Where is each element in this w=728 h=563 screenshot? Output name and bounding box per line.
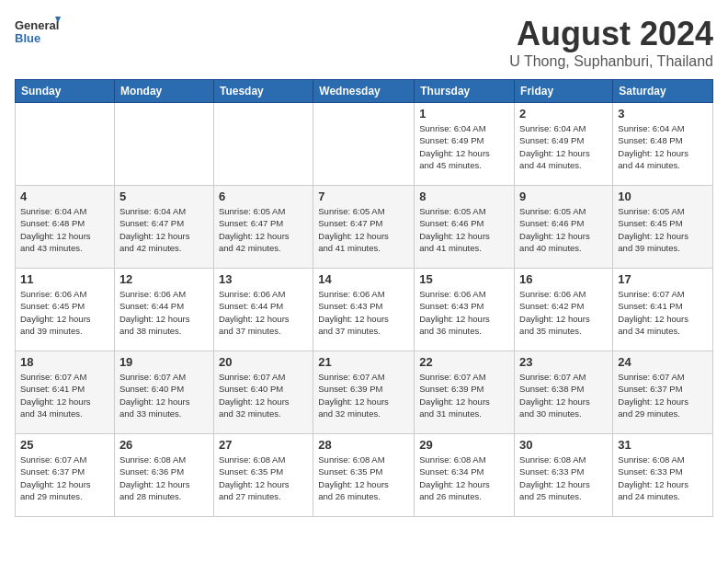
logo: General Blue bbox=[15, 15, 61, 52]
day-info: Sunrise: 6:07 AM Sunset: 6:41 PM Dayligh… bbox=[20, 371, 109, 419]
week-row-2: 11Sunrise: 6:06 AM Sunset: 6:45 PM Dayli… bbox=[16, 269, 713, 351]
day-number: 10 bbox=[618, 190, 708, 203]
day-info: Sunrise: 6:08 AM Sunset: 6:35 PM Dayligh… bbox=[219, 454, 308, 502]
calendar-cell bbox=[213, 103, 313, 186]
sub-title: U Thong, Suphanburi, Thailand bbox=[509, 53, 713, 70]
calendar-cell: 12Sunrise: 6:06 AM Sunset: 6:44 PM Dayli… bbox=[114, 269, 213, 351]
week-row-4: 25Sunrise: 6:07 AM Sunset: 6:37 PM Dayli… bbox=[16, 434, 713, 517]
calendar-body: 1Sunrise: 6:04 AM Sunset: 6:49 PM Daylig… bbox=[16, 103, 713, 517]
calendar-cell: 11Sunrise: 6:06 AM Sunset: 6:45 PM Dayli… bbox=[16, 269, 115, 351]
day-info: Sunrise: 6:04 AM Sunset: 6:49 PM Dayligh… bbox=[519, 122, 608, 171]
calendar-cell: 29Sunrise: 6:08 AM Sunset: 6:34 PM Dayli… bbox=[415, 434, 515, 517]
day-info: Sunrise: 6:07 AM Sunset: 6:40 PM Dayligh… bbox=[119, 371, 209, 419]
day-info: Sunrise: 6:04 AM Sunset: 6:47 PM Dayligh… bbox=[119, 205, 209, 254]
day-info: Sunrise: 6:05 AM Sunset: 6:45 PM Dayligh… bbox=[618, 205, 708, 254]
day-number: 24 bbox=[618, 355, 708, 369]
day-info: Sunrise: 6:06 AM Sunset: 6:43 PM Dayligh… bbox=[419, 288, 509, 337]
day-info: Sunrise: 6:04 AM Sunset: 6:48 PM Dayligh… bbox=[20, 205, 109, 254]
title-block: August 2024 U Thong, Suphanburi, Thailan… bbox=[509, 15, 713, 70]
main-title: August 2024 bbox=[509, 15, 713, 53]
day-info: Sunrise: 6:04 AM Sunset: 6:48 PM Dayligh… bbox=[618, 122, 708, 171]
day-info: Sunrise: 6:06 AM Sunset: 6:42 PM Dayligh… bbox=[519, 288, 608, 337]
day-info: Sunrise: 6:05 AM Sunset: 6:47 PM Dayligh… bbox=[318, 205, 409, 254]
day-number: 20 bbox=[219, 355, 308, 369]
calendar-cell: 1Sunrise: 6:04 AM Sunset: 6:49 PM Daylig… bbox=[415, 103, 515, 186]
day-info: Sunrise: 6:06 AM Sunset: 6:44 PM Dayligh… bbox=[119, 288, 209, 337]
calendar-cell bbox=[313, 103, 415, 186]
svg-text:Blue: Blue bbox=[15, 31, 40, 45]
calendar-cell bbox=[114, 103, 213, 186]
day-info: Sunrise: 6:07 AM Sunset: 6:38 PM Dayligh… bbox=[519, 371, 608, 419]
day-number: 29 bbox=[419, 438, 509, 452]
calendar-cell: 26Sunrise: 6:08 AM Sunset: 6:36 PM Dayli… bbox=[114, 434, 213, 517]
header-row: Sunday Monday Tuesday Wednesday Thursday… bbox=[16, 80, 713, 103]
day-number: 22 bbox=[419, 355, 509, 369]
calendar-cell bbox=[16, 103, 115, 186]
col-saturday: Saturday bbox=[613, 80, 713, 103]
calendar-cell: 10Sunrise: 6:05 AM Sunset: 6:45 PM Dayli… bbox=[613, 186, 713, 269]
day-number: 28 bbox=[318, 438, 409, 452]
day-number: 26 bbox=[119, 438, 209, 452]
day-info: Sunrise: 6:07 AM Sunset: 6:37 PM Dayligh… bbox=[618, 371, 708, 419]
day-info: Sunrise: 6:07 AM Sunset: 6:37 PM Dayligh… bbox=[20, 454, 109, 502]
day-number: 23 bbox=[519, 355, 608, 369]
day-info: Sunrise: 6:07 AM Sunset: 6:40 PM Dayligh… bbox=[219, 371, 308, 419]
day-number: 17 bbox=[618, 272, 708, 286]
day-info: Sunrise: 6:08 AM Sunset: 6:35 PM Dayligh… bbox=[318, 454, 409, 502]
calendar-cell: 13Sunrise: 6:06 AM Sunset: 6:44 PM Dayli… bbox=[213, 269, 313, 351]
day-number: 6 bbox=[219, 190, 308, 203]
calendar-cell: 3Sunrise: 6:04 AM Sunset: 6:48 PM Daylig… bbox=[613, 103, 713, 186]
day-number: 27 bbox=[219, 438, 308, 452]
calendar-cell: 8Sunrise: 6:05 AM Sunset: 6:46 PM Daylig… bbox=[415, 186, 515, 269]
day-number: 11 bbox=[20, 272, 109, 286]
calendar-header: Sunday Monday Tuesday Wednesday Thursday… bbox=[16, 80, 713, 103]
day-info: Sunrise: 6:04 AM Sunset: 6:49 PM Dayligh… bbox=[419, 122, 509, 171]
calendar-cell: 14Sunrise: 6:06 AM Sunset: 6:43 PM Dayli… bbox=[313, 269, 415, 351]
calendar-cell: 19Sunrise: 6:07 AM Sunset: 6:40 PM Dayli… bbox=[114, 351, 213, 434]
calendar-cell: 7Sunrise: 6:05 AM Sunset: 6:47 PM Daylig… bbox=[313, 186, 415, 269]
col-wednesday: Wednesday bbox=[313, 80, 415, 103]
day-number: 8 bbox=[419, 190, 509, 203]
week-row-1: 4Sunrise: 6:04 AM Sunset: 6:48 PM Daylig… bbox=[16, 186, 713, 269]
calendar-cell: 24Sunrise: 6:07 AM Sunset: 6:37 PM Dayli… bbox=[613, 351, 713, 434]
calendar-cell: 25Sunrise: 6:07 AM Sunset: 6:37 PM Dayli… bbox=[16, 434, 115, 517]
col-thursday: Thursday bbox=[415, 80, 515, 103]
logo-svg: General Blue bbox=[15, 15, 61, 52]
day-info: Sunrise: 6:05 AM Sunset: 6:46 PM Dayligh… bbox=[519, 205, 608, 254]
day-number: 15 bbox=[419, 272, 509, 286]
day-info: Sunrise: 6:06 AM Sunset: 6:43 PM Dayligh… bbox=[318, 288, 409, 337]
calendar-cell: 4Sunrise: 6:04 AM Sunset: 6:48 PM Daylig… bbox=[16, 186, 115, 269]
col-sunday: Sunday bbox=[16, 80, 115, 103]
calendar-cell: 9Sunrise: 6:05 AM Sunset: 6:46 PM Daylig… bbox=[515, 186, 613, 269]
day-info: Sunrise: 6:05 AM Sunset: 6:46 PM Dayligh… bbox=[419, 205, 509, 254]
col-monday: Monday bbox=[114, 80, 213, 103]
week-row-0: 1Sunrise: 6:04 AM Sunset: 6:49 PM Daylig… bbox=[16, 103, 713, 186]
header: General Blue August 2024 U Thong, Suphan… bbox=[15, 15, 713, 70]
day-info: Sunrise: 6:07 AM Sunset: 6:41 PM Dayligh… bbox=[618, 288, 708, 337]
calendar-cell: 22Sunrise: 6:07 AM Sunset: 6:39 PM Dayli… bbox=[415, 351, 515, 434]
day-number: 25 bbox=[20, 438, 109, 452]
day-info: Sunrise: 6:07 AM Sunset: 6:39 PM Dayligh… bbox=[318, 371, 409, 419]
day-number: 31 bbox=[618, 438, 708, 452]
day-number: 12 bbox=[119, 272, 209, 286]
col-tuesday: Tuesday bbox=[213, 80, 313, 103]
day-info: Sunrise: 6:08 AM Sunset: 6:33 PM Dayligh… bbox=[618, 454, 708, 502]
day-info: Sunrise: 6:06 AM Sunset: 6:45 PM Dayligh… bbox=[20, 288, 109, 337]
calendar-cell: 15Sunrise: 6:06 AM Sunset: 6:43 PM Dayli… bbox=[415, 269, 515, 351]
day-info: Sunrise: 6:07 AM Sunset: 6:39 PM Dayligh… bbox=[419, 371, 509, 419]
calendar-cell: 2Sunrise: 6:04 AM Sunset: 6:49 PM Daylig… bbox=[515, 103, 613, 186]
day-number: 21 bbox=[318, 355, 409, 369]
calendar-cell: 21Sunrise: 6:07 AM Sunset: 6:39 PM Dayli… bbox=[313, 351, 415, 434]
day-number: 14 bbox=[318, 272, 409, 286]
day-number: 9 bbox=[519, 190, 608, 203]
day-number: 13 bbox=[219, 272, 308, 286]
calendar-cell: 20Sunrise: 6:07 AM Sunset: 6:40 PM Dayli… bbox=[213, 351, 313, 434]
day-number: 1 bbox=[419, 107, 509, 121]
calendar-cell: 28Sunrise: 6:08 AM Sunset: 6:35 PM Dayli… bbox=[313, 434, 415, 517]
day-number: 3 bbox=[618, 107, 708, 121]
calendar-cell: 30Sunrise: 6:08 AM Sunset: 6:33 PM Dayli… bbox=[515, 434, 613, 517]
calendar-cell: 16Sunrise: 6:06 AM Sunset: 6:42 PM Dayli… bbox=[515, 269, 613, 351]
calendar-cell: 31Sunrise: 6:08 AM Sunset: 6:33 PM Dayli… bbox=[613, 434, 713, 517]
day-number: 4 bbox=[20, 190, 109, 203]
day-number: 18 bbox=[20, 355, 109, 369]
